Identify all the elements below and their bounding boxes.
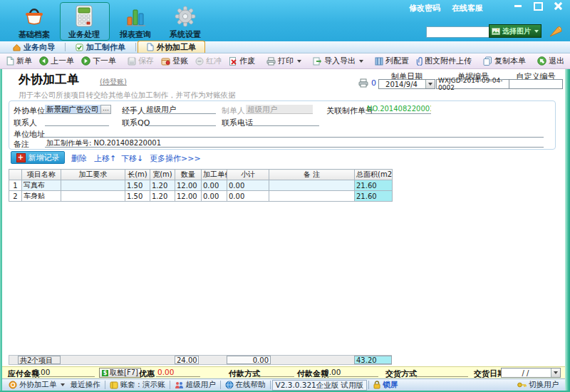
name-cell[interactable]: 车身贴 xyxy=(22,191,61,202)
ribbon-item-report-query[interactable]: 报表查询 xyxy=(113,5,158,40)
payable-field[interactable]: 0.00 xyxy=(32,368,95,377)
remark-cell[interactable] xyxy=(269,191,355,202)
unit-price-cell[interactable]: 0.00 xyxy=(202,191,227,202)
pay-amount-field[interactable]: 0.00 xyxy=(323,368,378,377)
online-help-button[interactable]: 在线帮助 xyxy=(222,380,269,390)
order-date-combo[interactable]: 2014/9/4 xyxy=(378,79,435,89)
chevron-down-icon xyxy=(297,60,301,63)
bar-chart-icon xyxy=(113,5,158,28)
button-label: 保存 xyxy=(138,56,154,66)
void-icon xyxy=(229,57,237,66)
qq-field[interactable] xyxy=(145,117,216,126)
ribbon-item-basic-archive[interactable]: 基础档案 xyxy=(11,5,57,40)
quantity-cell[interactable]: 12.00 xyxy=(175,191,202,202)
exit-icon xyxy=(537,56,546,66)
change-password-link[interactable]: 修改密码 xyxy=(409,3,440,14)
online-service-link[interactable]: 在线客服 xyxy=(452,3,483,14)
doc-number-value[interactable]: WXJGD-2014-09-04-0002 xyxy=(436,79,510,89)
key-icon xyxy=(517,381,527,388)
round-button[interactable]: $ 取整[F7] xyxy=(99,368,141,378)
tab-bar: 业务向导 加工制作单 外协加工单 xyxy=(0,41,570,53)
length-cell[interactable]: 1.50 xyxy=(125,180,150,191)
move-up-link[interactable]: 上移↑ xyxy=(94,153,116,164)
custom-number-input[interactable] xyxy=(509,79,563,89)
account-set-label: 账套：演示账 xyxy=(120,380,165,390)
calendar-dropdown-button[interactable] xyxy=(425,80,435,88)
unit-price-cell[interactable]: 0.00 xyxy=(202,180,227,191)
subtotal-cell[interactable]: 0.00 xyxy=(227,180,269,191)
app-header: 修改密码 在线客服 基础档案 xyxy=(0,0,570,41)
delivery-method-field[interactable] xyxy=(411,368,468,377)
tab-business-wizard[interactable]: 业务向导 xyxy=(4,41,63,53)
ribbon-item-system-settings[interactable]: 系统设置 xyxy=(162,5,208,40)
column-config-button[interactable]: 列配置 xyxy=(371,54,413,68)
select-image-button[interactable]: 选择图片 xyxy=(489,24,542,38)
check-doc-icon xyxy=(76,43,83,51)
item-count: 共2个项目 xyxy=(18,356,61,364)
account-set-item[interactable]: 账套：演示账 xyxy=(107,380,168,390)
chevron-down-icon xyxy=(428,83,432,86)
attachment-upload-button[interactable]: 图文附件上传 xyxy=(413,54,475,68)
register-button[interactable]: 登账 xyxy=(157,54,192,68)
horn-icon[interactable] xyxy=(549,24,563,38)
ribbon-label: 业务处理 xyxy=(61,29,107,40)
copy-doc-button[interactable]: 复制本单 xyxy=(480,54,529,68)
delivery-date-combo[interactable]: / / xyxy=(501,368,561,378)
unit-picker-button[interactable]: … xyxy=(100,105,111,114)
save-icon xyxy=(128,57,136,66)
maximize-button[interactable] xyxy=(533,2,543,10)
status-badge: (待登账) xyxy=(100,77,127,87)
payment-bar: 应付金额 0.00 $ 取整[F7] 优惠 0.00 付款方式 付款金额 0.0… xyxy=(2,366,565,378)
remark-field[interactable]: 加工制作单号: NO.201408220001 xyxy=(45,138,544,148)
exit-button[interactable]: 退出 xyxy=(534,54,568,68)
image-path-input[interactable] xyxy=(426,26,494,38)
current-user-item[interactable]: 超级用户 xyxy=(172,380,219,390)
switch-user-button[interactable]: 切换用户 xyxy=(514,380,561,390)
users-icon xyxy=(175,381,184,389)
contact-field[interactable] xyxy=(45,117,109,126)
button-label: 列配置 xyxy=(385,56,409,66)
quantity-cell[interactable]: 12.00 xyxy=(175,180,202,191)
related-order-field[interactable]: NO.201408220001 xyxy=(366,105,431,114)
more-operations-link[interactable]: 更多操作>>> xyxy=(150,153,201,164)
name-cell[interactable]: 写真布 xyxy=(22,180,61,191)
address-field[interactable] xyxy=(45,128,544,138)
import-export-button[interactable]: 导入导出 xyxy=(309,54,367,68)
unit-field[interactable]: 新景园广告公司 xyxy=(45,105,100,114)
subtotal-cell[interactable]: 0.00 xyxy=(227,191,269,202)
ribbon-item-business-process[interactable]: 业务处理 xyxy=(61,5,107,40)
col-header-width: 宽(m) xyxy=(150,170,175,180)
new-doc-button[interactable]: 新单 xyxy=(3,54,36,68)
remark-cell[interactable] xyxy=(269,180,355,191)
add-record-button[interactable]: + 新增记录 xyxy=(11,151,65,164)
calendar-dropdown-button[interactable] xyxy=(551,368,560,377)
print-button[interactable]: 打印 xyxy=(263,54,305,68)
tab-separator xyxy=(135,43,136,51)
print-count-button[interactable]: 0 xyxy=(358,78,376,88)
lock-screen-button[interactable]: 锁屏 xyxy=(370,380,400,390)
col-header-length: 长(m) xyxy=(125,170,150,180)
handler-field[interactable]: 超级用户 xyxy=(145,105,216,114)
requirement-cell[interactable] xyxy=(61,180,125,191)
width-cell[interactable]: 1.20 xyxy=(150,180,175,191)
notebook-icon xyxy=(110,381,118,389)
void-button[interactable]: 作废 xyxy=(225,54,259,68)
doc-type-menu[interactable]: 外协加工单 xyxy=(6,380,68,390)
discount-field[interactable]: 0.00 xyxy=(156,368,200,377)
total-area: 43.20 xyxy=(354,356,392,364)
tab-outsourced-order[interactable]: 外协加工单 xyxy=(138,41,205,53)
requirement-cell[interactable] xyxy=(61,191,125,202)
minimize-button[interactable] xyxy=(513,2,523,10)
close-button[interactable] xyxy=(553,2,563,10)
tab-processing-order[interactable]: 加工制作单 xyxy=(67,41,134,53)
recent-operations-button[interactable]: 最近操作 xyxy=(68,380,103,390)
prev-doc-button[interactable]: 上一单 xyxy=(36,54,78,68)
row-number-cell: 2 xyxy=(9,191,22,202)
next-doc-button[interactable]: 下一单 xyxy=(78,54,120,68)
length-cell[interactable]: 1.50 xyxy=(125,191,150,202)
width-cell[interactable]: 1.20 xyxy=(150,191,175,202)
phone-field[interactable] xyxy=(248,117,319,126)
move-down-link[interactable]: 下移↓ xyxy=(121,153,143,164)
delete-record-link[interactable]: 删除 xyxy=(71,153,87,164)
pay-method-field[interactable] xyxy=(253,368,294,377)
